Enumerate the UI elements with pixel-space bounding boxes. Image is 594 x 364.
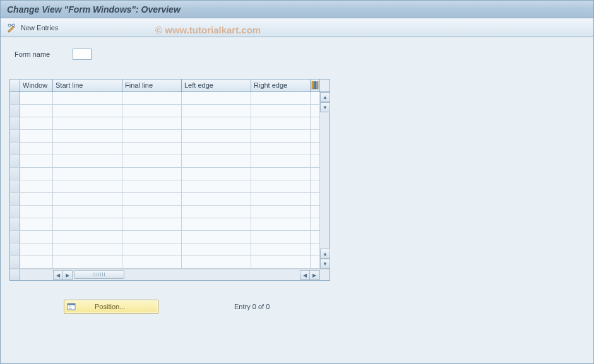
cell-leftedge[interactable] xyxy=(182,180,251,192)
cell-startline[interactable] xyxy=(53,130,122,142)
cell-rightedge[interactable] xyxy=(251,117,311,129)
cell-window[interactable] xyxy=(20,92,53,104)
cell-leftedge[interactable] xyxy=(182,143,251,155)
position-button[interactable]: Position... xyxy=(64,300,158,314)
cell-finalline[interactable] xyxy=(122,231,182,243)
row-selector[interactable] xyxy=(10,206,20,218)
cell-startline[interactable] xyxy=(53,92,122,104)
table-row[interactable] xyxy=(10,155,330,168)
cell-rightedge[interactable] xyxy=(251,193,311,205)
new-entries-button[interactable]: New Entries xyxy=(21,24,58,32)
horizontal-scrollbar[interactable]: ◀ ▶ ◀ ▶ xyxy=(53,269,319,280)
cell-finalline[interactable] xyxy=(122,92,182,104)
cell-rightedge[interactable] xyxy=(251,218,311,230)
cell-startline[interactable] xyxy=(53,105,122,117)
row-selector[interactable] xyxy=(10,193,20,205)
table-row[interactable] xyxy=(10,231,330,244)
cell-leftedge[interactable] xyxy=(182,244,251,255)
cell-rightedge[interactable] xyxy=(251,143,311,155)
table-config-button[interactable] xyxy=(311,79,319,91)
cell-finalline[interactable] xyxy=(122,155,182,167)
cell-window[interactable] xyxy=(20,105,53,117)
form-name-input[interactable] xyxy=(73,49,92,60)
cell-leftedge[interactable] xyxy=(182,105,251,117)
table-row[interactable] xyxy=(10,206,330,218)
cell-startline[interactable] xyxy=(53,206,122,218)
cell-finalline[interactable] xyxy=(122,168,182,180)
scroll-down-button-top[interactable]: ▼ xyxy=(320,102,330,112)
table-row[interactable] xyxy=(10,105,330,117)
cell-startline[interactable] xyxy=(53,256,122,268)
col-finalline-header[interactable]: Final line xyxy=(122,79,182,91)
row-selector[interactable] xyxy=(10,92,20,104)
cell-leftedge[interactable] xyxy=(182,117,251,129)
pencil-glasses-icon[interactable] xyxy=(7,23,17,33)
scroll-left-button[interactable]: ▶ xyxy=(62,270,73,280)
scroll-up-button[interactable]: ▲ xyxy=(320,92,330,102)
cell-window[interactable] xyxy=(20,143,53,155)
row-selector[interactable] xyxy=(10,155,20,167)
cell-startline[interactable] xyxy=(53,143,122,155)
row-selector[interactable] xyxy=(10,105,20,117)
cell-window[interactable] xyxy=(20,117,53,129)
cell-finalline[interactable] xyxy=(122,218,182,230)
col-startline-header[interactable]: Start line xyxy=(53,79,122,91)
cell-leftedge[interactable] xyxy=(182,92,251,104)
table-row[interactable] xyxy=(10,168,330,180)
cell-finalline[interactable] xyxy=(122,105,182,117)
cell-finalline[interactable] xyxy=(122,256,182,268)
cell-leftedge[interactable] xyxy=(182,218,251,230)
cell-leftedge[interactable] xyxy=(182,130,251,142)
cell-leftedge[interactable] xyxy=(182,231,251,243)
cell-leftedge[interactable] xyxy=(182,168,251,180)
row-selector[interactable] xyxy=(10,218,20,230)
scroll-right-button[interactable]: ◀ xyxy=(300,270,310,280)
row-selector[interactable] xyxy=(10,168,20,180)
cell-window[interactable] xyxy=(20,168,53,180)
cell-rightedge[interactable] xyxy=(251,206,311,218)
col-window-header[interactable]: Window xyxy=(20,79,53,91)
cell-rightedge[interactable] xyxy=(251,130,311,142)
cell-window[interactable] xyxy=(20,244,53,255)
col-leftedge-header[interactable]: Left edge xyxy=(182,79,251,91)
row-selector[interactable] xyxy=(10,256,20,268)
select-all-header[interactable] xyxy=(10,79,20,91)
table-row[interactable] xyxy=(10,244,330,256)
cell-rightedge[interactable] xyxy=(251,168,311,180)
cell-startline[interactable] xyxy=(53,180,122,192)
cell-startline[interactable] xyxy=(53,168,122,180)
cell-window[interactable] xyxy=(20,193,53,205)
cell-leftedge[interactable] xyxy=(182,193,251,205)
table-row[interactable] xyxy=(10,256,330,269)
cell-startline[interactable] xyxy=(53,193,122,205)
row-selector[interactable] xyxy=(10,231,20,243)
cell-leftedge[interactable] xyxy=(182,256,251,268)
cell-leftedge[interactable] xyxy=(182,155,251,167)
row-selector[interactable] xyxy=(10,143,20,155)
table-row[interactable] xyxy=(10,193,330,206)
cell-window[interactable] xyxy=(20,130,53,142)
table-row[interactable] xyxy=(10,143,330,155)
cell-rightedge[interactable] xyxy=(251,92,311,104)
cell-rightedge[interactable] xyxy=(251,231,311,243)
cell-finalline[interactable] xyxy=(122,244,182,255)
cell-rightedge[interactable] xyxy=(251,180,311,192)
cell-window[interactable] xyxy=(20,231,53,243)
cell-rightedge[interactable] xyxy=(251,256,311,268)
table-row[interactable] xyxy=(10,130,330,143)
cell-window[interactable] xyxy=(20,180,53,192)
cell-finalline[interactable] xyxy=(122,143,182,155)
row-selector[interactable] xyxy=(10,244,20,255)
table-row[interactable] xyxy=(10,180,330,193)
cell-window[interactable] xyxy=(20,256,53,268)
row-selector[interactable] xyxy=(10,180,20,192)
scroll-left-start-button[interactable]: ◀ xyxy=(53,270,63,280)
cell-startline[interactable] xyxy=(53,244,122,255)
cell-startline[interactable] xyxy=(53,218,122,230)
cell-window[interactable] xyxy=(20,155,53,167)
scroll-up-button-bottom[interactable]: ▲ xyxy=(320,249,330,259)
vertical-scrollbar[interactable]: ▲ ▼ ▲ ▼ xyxy=(319,92,330,269)
cell-leftedge[interactable] xyxy=(182,206,251,218)
cell-finalline[interactable] xyxy=(122,206,182,218)
cell-window[interactable] xyxy=(20,206,53,218)
